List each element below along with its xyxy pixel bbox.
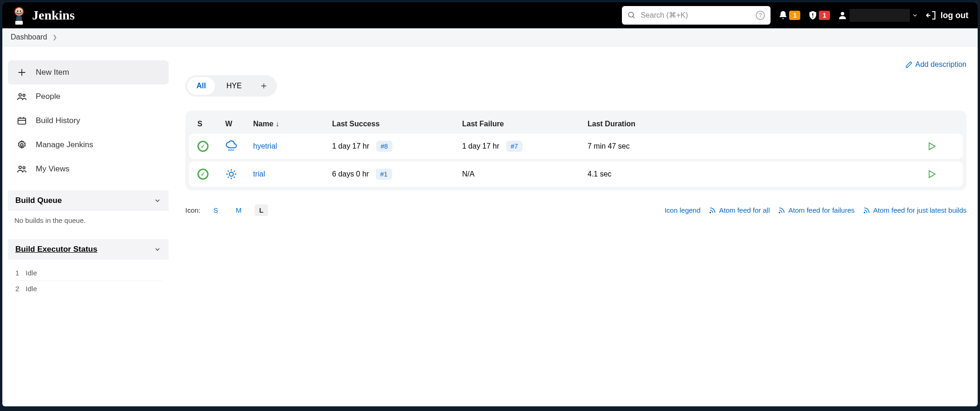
view-tabs: All HYE [185, 75, 277, 97]
notif-badge: 1 [789, 11, 800, 20]
logout-button[interactable]: log out [926, 10, 968, 21]
col-last-failure[interactable]: Last Failure [462, 120, 588, 128]
build-queue-header[interactable]: Build Queue [8, 190, 169, 211]
main-content: Add description All HYE S W Name ↓ Last … [174, 46, 978, 307]
people-icon [16, 163, 27, 175]
last-failure-cell: N/A [462, 170, 588, 178]
rss-icon [709, 207, 716, 214]
link-label: Atom feed for all [719, 206, 770, 214]
atom-latest-link[interactable]: Atom feed for just latest builds [863, 206, 967, 214]
notifications-button[interactable]: 1 [778, 10, 800, 20]
logo-area[interactable]: Jenkins [12, 6, 75, 25]
alerts-button[interactable]: 1 [808, 10, 830, 20]
job-name-link[interactable]: hyetrial [253, 142, 277, 150]
svg-point-2 [17, 10, 19, 12]
icon-legend-link[interactable]: Icon legend [665, 206, 701, 214]
table-row: ✓ hyetrial 1 day 17 hr #8 1 day 17 hr # [189, 134, 963, 159]
svg-marker-37 [929, 171, 935, 178]
build-tag[interactable]: #1 [376, 169, 392, 180]
search-box[interactable]: ? [622, 6, 771, 25]
job-name-link[interactable]: trial [253, 170, 265, 178]
icon-size-label: Icon: [185, 206, 201, 214]
rss-icon [778, 207, 785, 214]
size-s-button[interactable]: S [209, 204, 223, 216]
alert-badge: 1 [819, 11, 830, 20]
table-row: ✓ trial 6 days 0 hr #1 N/A 4 [189, 162, 963, 187]
tab-hye[interactable]: HYE [217, 77, 251, 95]
svg-rect-15 [18, 118, 26, 124]
status-success-icon: ✓ [197, 169, 209, 180]
people-icon [16, 91, 27, 102]
size-l-button[interactable]: L [255, 204, 268, 216]
username-box [849, 9, 910, 22]
help-icon[interactable]: ? [756, 11, 765, 20]
col-weather[interactable]: W [225, 120, 253, 128]
last-failure-time: 1 day 17 hr [462, 142, 499, 150]
col-name[interactable]: Name ↓ [253, 120, 332, 128]
shield-alert-icon [808, 10, 818, 20]
footer-row: Icon: S M L Icon legend Atom feed for al… [185, 204, 967, 216]
executor-header[interactable]: Build Executor Status [8, 239, 169, 260]
nav-manage-jenkins[interactable]: Manage Jenkins [8, 133, 169, 157]
tab-add[interactable] [253, 79, 275, 92]
build-queue-body: No builds in the queue. [8, 211, 169, 230]
panel-title: Build Executor Status [15, 245, 98, 254]
weather-sun-icon [225, 168, 253, 180]
bell-icon [778, 10, 788, 20]
executor-status: Idle [26, 269, 37, 277]
chevron-down-icon [912, 12, 918, 19]
search-input[interactable] [640, 11, 751, 20]
nav-label: New Item [36, 68, 69, 77]
gear-icon [16, 139, 27, 150]
size-m-button[interactable]: M [231, 204, 247, 216]
play-icon [927, 169, 937, 179]
duration-cell: 7 min 47 sec [588, 142, 927, 150]
last-success-time: 1 day 17 hr [332, 142, 369, 150]
svg-point-6 [629, 12, 634, 17]
svg-point-20 [19, 166, 22, 169]
atom-all-link[interactable]: Atom feed for all [709, 206, 770, 214]
status-cell: ✓ [197, 141, 225, 152]
logout-icon [926, 10, 937, 21]
svg-point-19 [20, 144, 23, 146]
build-tag[interactable]: #8 [376, 141, 393, 152]
nav-build-history[interactable]: Build History [8, 109, 169, 133]
last-success-time: 6 days 0 hr [332, 170, 369, 178]
search-icon [627, 11, 636, 20]
svg-point-14 [23, 94, 25, 97]
col-status[interactable]: S [197, 120, 225, 128]
nav-people[interactable]: People [8, 85, 169, 109]
weather-rain-icon [225, 140, 253, 152]
svg-line-24 [229, 150, 229, 151]
build-now-button[interactable] [927, 169, 954, 179]
svg-line-25 [231, 150, 231, 151]
tab-all[interactable]: All [187, 77, 215, 95]
build-now-button[interactable] [927, 141, 954, 151]
atom-failures-link[interactable]: Atom feed for failures [778, 206, 855, 214]
col-last-duration[interactable]: Last Duration [588, 120, 927, 128]
user-icon [837, 10, 848, 20]
sidebar: New Item People Build History Manage Jen… [2, 46, 174, 307]
user-menu[interactable] [837, 9, 918, 22]
chevron-down-icon [154, 246, 161, 253]
nav-my-views[interactable]: My Views [8, 157, 169, 181]
nav-label: People [36, 92, 60, 101]
svg-rect-9 [812, 17, 813, 18]
build-tag[interactable]: #7 [506, 141, 523, 152]
link-label: Icon legend [665, 206, 701, 214]
svg-line-35 [228, 176, 229, 177]
jenkins-logo-icon [12, 6, 26, 25]
breadcrumb-item[interactable]: Dashboard [11, 33, 47, 41]
svg-line-33 [228, 170, 229, 171]
add-description-link[interactable]: Add description [905, 60, 967, 69]
svg-point-38 [710, 212, 711, 213]
nav-label: Build History [36, 116, 80, 125]
nav-new-item[interactable]: New Item [8, 60, 169, 85]
brand-text: Jenkins [32, 8, 75, 23]
svg-point-40 [864, 212, 865, 213]
rss-icon [863, 207, 870, 214]
col-last-success[interactable]: Last Success [332, 120, 462, 128]
plus-icon [16, 67, 27, 78]
panel-title: Build Queue [15, 196, 62, 205]
history-icon [16, 115, 27, 126]
